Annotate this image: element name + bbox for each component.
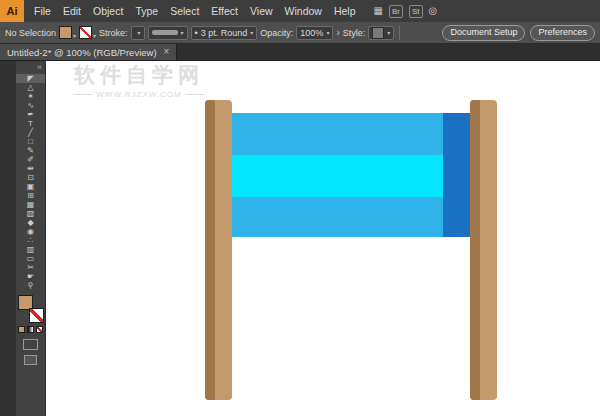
menu-effect[interactable]: Effect bbox=[205, 0, 244, 22]
tools-collapse-icon[interactable]: « bbox=[16, 61, 45, 74]
stroke-color-control[interactable]: ▾ bbox=[79, 26, 96, 39]
opacity-panel-chevron[interactable]: › bbox=[336, 28, 339, 38]
chevron-down-icon: ▾ bbox=[138, 30, 141, 36]
line-segment-tool[interactable]: ╱ bbox=[16, 128, 45, 137]
left-post[interactable] bbox=[205, 100, 232, 400]
close-icon[interactable]: × bbox=[164, 47, 170, 57]
left-post-shade bbox=[205, 100, 215, 400]
brush-dot-icon: • bbox=[195, 28, 198, 38]
gradient-button[interactable] bbox=[27, 326, 34, 333]
chevron-down-icon: ▾ bbox=[387, 30, 390, 36]
app-logo[interactable]: Ai bbox=[0, 0, 24, 22]
watermark-url: WWW.RJZXW.COM bbox=[74, 90, 204, 99]
control-bar: No Selection ▾ ▾ Stroke: ▾ ▾ • 3 pt. Rou… bbox=[0, 22, 600, 44]
control-bar-buttons: Document Setup Preferences bbox=[442, 25, 595, 41]
screen-mode-button[interactable] bbox=[24, 355, 37, 365]
brush-definition-value: 3 pt. Round bbox=[201, 28, 248, 38]
document-tab[interactable]: Untitled-2* @ 100% (RGB/Preview) × bbox=[0, 44, 177, 60]
none-button[interactable] bbox=[36, 326, 43, 333]
menu-view[interactable]: View bbox=[244, 0, 279, 22]
banner-stripe-top[interactable] bbox=[232, 113, 470, 155]
color-button[interactable] bbox=[18, 326, 25, 333]
blend-tool[interactable]: ◉ bbox=[16, 227, 45, 236]
zoom-tool[interactable]: ⚲ bbox=[16, 281, 45, 290]
paintbrush-tool[interactable]: ✎ bbox=[16, 146, 45, 155]
opacity-value: 100% bbox=[300, 28, 323, 38]
toolbar-stroke-swatch[interactable] bbox=[29, 308, 44, 323]
selection-tool[interactable]: ◤ bbox=[16, 74, 45, 83]
type-tool[interactable]: T bbox=[16, 119, 45, 128]
menu-select[interactable]: Select bbox=[164, 0, 205, 22]
artboard-tool[interactable]: ▭ bbox=[16, 254, 45, 263]
symbol-sprayer-tool[interactable]: ∴ bbox=[16, 236, 45, 245]
eyedropper-tool[interactable]: ◆ bbox=[16, 218, 45, 227]
chevron-down-icon: ▾ bbox=[326, 30, 329, 36]
menu-object[interactable]: Object bbox=[87, 0, 129, 22]
pencil-tool[interactable]: ✐ bbox=[16, 155, 45, 164]
style-label: Style: bbox=[343, 28, 366, 38]
lasso-tool[interactable]: ∿ bbox=[16, 101, 45, 110]
chevron-down-icon: ▾ bbox=[181, 30, 184, 36]
stroke-label: Stroke: bbox=[99, 28, 128, 38]
fill-stroke-swatches bbox=[18, 295, 44, 323]
toolbar-extras bbox=[16, 339, 45, 365]
menu-right-icons: ▦ Br St ◎ bbox=[374, 5, 438, 18]
graphic-styles-panel-badge[interactable]: St bbox=[409, 5, 423, 18]
style-dropdown[interactable]: ▾ bbox=[368, 26, 394, 40]
fill-caret-icon: ▾ bbox=[73, 33, 76, 39]
arrange-documents-icon[interactable]: ▦ bbox=[374, 6, 383, 16]
width-profile-preview bbox=[152, 30, 178, 35]
column-graph-tool[interactable]: ▥ bbox=[16, 245, 45, 254]
hand-tool[interactable]: ☛ bbox=[16, 272, 45, 281]
circle-icon[interactable]: ◎ bbox=[429, 6, 438, 16]
menu-type[interactable]: Type bbox=[129, 0, 164, 22]
watermark: 软件自学网 WWW.RJZXW.COM bbox=[74, 61, 204, 99]
pen-tool[interactable]: ✒ bbox=[16, 110, 45, 119]
variable-width-profile-dropdown[interactable]: ▾ bbox=[148, 26, 188, 40]
right-post-shade bbox=[470, 100, 480, 400]
stroke-caret-icon: ▾ bbox=[93, 33, 96, 39]
watermark-title: 软件自学网 bbox=[74, 61, 204, 89]
banner-stripe-bottom[interactable] bbox=[232, 197, 470, 237]
color-mode-buttons bbox=[16, 326, 45, 333]
preferences-button[interactable]: Preferences bbox=[530, 25, 595, 41]
selection-status-label: No Selection bbox=[5, 28, 56, 38]
brushes-panel-badge[interactable]: Br bbox=[389, 5, 403, 18]
style-swatch bbox=[372, 27, 384, 39]
document-setup-button[interactable]: Document Setup bbox=[442, 25, 525, 41]
mesh-tool[interactable]: ▦ bbox=[16, 200, 45, 209]
stroke-width-dropdown[interactable]: ▾ bbox=[131, 26, 145, 40]
shape-builder-tool[interactable]: ▣ bbox=[16, 182, 45, 191]
artboard-canvas[interactable]: 软件自学网 WWW.RJZXW.COM bbox=[46, 61, 600, 416]
slice-tool[interactable]: ✂ bbox=[16, 263, 45, 272]
stroke-none-swatch[interactable] bbox=[79, 26, 92, 39]
menu-edit[interactable]: Edit bbox=[57, 0, 87, 22]
document-title: Untitled-2* @ 100% (RGB/Preview) bbox=[7, 47, 157, 58]
rectangle-tool[interactable]: □ bbox=[16, 137, 45, 146]
app-frame-edge bbox=[0, 61, 16, 416]
menu-bar: Ai File Edit Object Type Select Effect V… bbox=[0, 0, 600, 22]
opacity-dropdown[interactable]: 100% ▾ bbox=[296, 26, 333, 40]
brush-definition-dropdown[interactable]: • 3 pt. Round ▾ bbox=[191, 26, 258, 40]
menu-help[interactable]: Help bbox=[328, 0, 362, 22]
free-transform-tool[interactable]: ⊡ bbox=[16, 173, 45, 182]
direct-selection-tool[interactable]: △ bbox=[16, 83, 45, 92]
perspective-grid-tool[interactable]: ⊞ bbox=[16, 191, 45, 200]
width-tool[interactable]: ⇹ bbox=[16, 164, 45, 173]
magic-wand-tool[interactable]: ✶ bbox=[16, 92, 45, 101]
document-tab-bar: Untitled-2* @ 100% (RGB/Preview) × bbox=[0, 44, 600, 61]
fill-color-control[interactable]: ▾ bbox=[59, 26, 76, 39]
drawing-mode-button[interactable] bbox=[23, 339, 38, 350]
illustrator-window: Ai File Edit Object Type Select Effect V… bbox=[0, 0, 600, 416]
menu-window[interactable]: Window bbox=[279, 0, 328, 22]
banner-stripe-middle[interactable] bbox=[232, 155, 470, 197]
opacity-label: Opacity: bbox=[260, 28, 293, 38]
menu-file[interactable]: File bbox=[28, 0, 57, 22]
separator bbox=[399, 26, 400, 40]
right-post[interactable] bbox=[470, 100, 497, 400]
banner-right-end[interactable] bbox=[443, 113, 470, 237]
chevron-down-icon: ▾ bbox=[250, 30, 253, 36]
fill-color-swatch[interactable] bbox=[59, 26, 72, 39]
tools-panel: « ◤ △ ✶ ∿ ✒ T ╱ □ ✎ ✐ ⇹ ⊡ ▣ ⊞ ▦ ▧ ◆ ◉ ∴ … bbox=[16, 61, 46, 416]
gradient-tool[interactable]: ▧ bbox=[16, 209, 45, 218]
